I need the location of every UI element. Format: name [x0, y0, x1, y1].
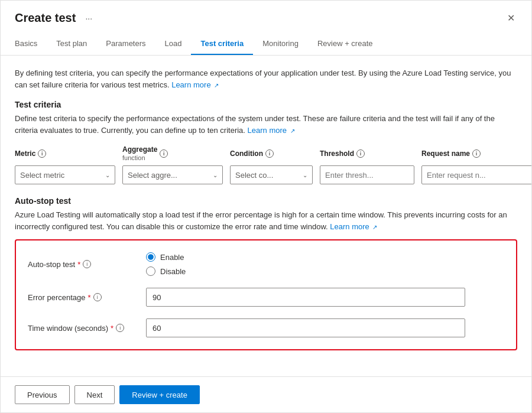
threshold-col-header: Threshold i: [320, 145, 414, 162]
dialog-title: Create test: [15, 11, 76, 25]
metric-info-icon[interactable]: i: [38, 149, 46, 158]
error-percentage-row: Error percentage * i: [28, 288, 504, 307]
auto-stop-info-icon[interactable]: i: [83, 260, 91, 268]
condition-info-icon[interactable]: i: [265, 149, 274, 158]
intro-external-icon: ↗: [214, 82, 219, 89]
request-name-col-header: Request name i: [421, 145, 531, 162]
aggregate-dropdown[interactable]: Select aggre... ⌄: [122, 165, 223, 184]
disable-radio-label[interactable]: Disable: [146, 266, 186, 276]
dialog-header: Create test ··· ✕: [1, 1, 531, 26]
condition-dropdown[interactable]: Select co... ⌄: [230, 165, 313, 184]
test-criteria-external-icon: ↗: [290, 128, 295, 134]
criteria-grid: Metric i Aggregatefunction i Condition i…: [15, 145, 517, 184]
request-name-input[interactable]: [421, 165, 531, 184]
aggregate-dropdown-arrow: ⌄: [213, 172, 218, 178]
time-window-label: Time window (seconds) * i: [28, 324, 146, 333]
time-window-info-icon[interactable]: i: [116, 324, 124, 332]
create-test-dialog: Create test ··· ✕ Basics Test plan Param…: [0, 0, 532, 413]
error-percentage-required-star: *: [88, 293, 91, 302]
auto-stop-required-star: *: [77, 260, 80, 269]
tab-monitoring[interactable]: Monitoring: [253, 33, 308, 55]
test-criteria-desc: Define test criteria to specify the perf…: [15, 113, 517, 136]
aggregate-info-icon[interactable]: i: [160, 149, 168, 158]
aggregate-col-header: Aggregatefunction i: [122, 145, 223, 162]
disable-radio[interactable]: [146, 266, 155, 276]
metric-dropdown[interactable]: Select metric ⌄: [15, 165, 115, 184]
error-percentage-info-icon[interactable]: i: [93, 293, 102, 301]
enable-radio[interactable]: [146, 252, 155, 262]
test-criteria-section: Test criteria Define test criteria to sp…: [15, 100, 517, 184]
close-button[interactable]: ✕: [505, 10, 517, 26]
intro-learn-more-link[interactable]: Learn more ↗: [171, 80, 219, 89]
time-window-required-star: *: [111, 324, 113, 333]
auto-stop-desc: Azure Load Testing will automatically st…: [15, 209, 517, 232]
next-button[interactable]: Next: [74, 385, 115, 404]
request-name-info-icon[interactable]: i: [472, 149, 481, 158]
tab-test-criteria[interactable]: Test criteria: [191, 33, 253, 55]
tab-parameters[interactable]: Parameters: [96, 33, 155, 55]
threshold-input[interactable]: [320, 165, 414, 184]
condition-col-header: Condition i: [230, 145, 313, 162]
tabs-bar: Basics Test plan Parameters Load Test cr…: [1, 33, 531, 56]
threshold-info-icon[interactable]: i: [356, 149, 365, 158]
tab-review-create[interactable]: Review + create: [308, 33, 382, 55]
metric-col-header: Metric i: [15, 145, 115, 162]
condition-dropdown-arrow: ⌄: [303, 172, 307, 178]
previous-button[interactable]: Previous: [15, 385, 70, 404]
auto-stop-section: Auto-stop test Azure Load Testing will a…: [15, 196, 517, 350]
auto-stop-external-icon: ↗: [372, 224, 377, 230]
test-criteria-title: Test criteria: [15, 100, 517, 109]
time-window-row: Time window (seconds) * i: [28, 318, 504, 337]
dialog-content: By defining test criteria, you can speci…: [1, 56, 531, 376]
tab-load[interactable]: Load: [155, 33, 192, 55]
tab-basics[interactable]: Basics: [15, 33, 47, 55]
test-criteria-learn-more-link[interactable]: Learn more ↗: [248, 126, 295, 135]
metric-dropdown-arrow: ⌄: [105, 172, 110, 178]
dialog-title-extra: ···: [85, 14, 92, 23]
auto-stop-learn-more-link[interactable]: Learn more ↗: [330, 222, 377, 231]
enable-radio-label[interactable]: Enable: [146, 252, 186, 262]
time-window-input[interactable]: [146, 318, 465, 337]
auto-stop-title: Auto-stop test: [15, 196, 517, 206]
intro-text: By defining test criteria, you can speci…: [15, 67, 517, 90]
tab-test-plan[interactable]: Test plan: [47, 33, 96, 55]
error-percentage-label: Error percentage * i: [28, 293, 146, 302]
auto-stop-label: Auto-stop test * i: [28, 260, 146, 269]
auto-stop-radio-row: Auto-stop test * i Enable Disable: [28, 252, 504, 276]
dialog-footer: Previous Next Review + create: [1, 376, 531, 412]
error-percentage-input[interactable]: [146, 288, 465, 307]
review-create-button[interactable]: Review + create: [119, 385, 200, 404]
auto-stop-highlight-box: Auto-stop test * i Enable Disable: [15, 239, 517, 350]
auto-stop-radio-group: Enable Disable: [146, 252, 186, 276]
